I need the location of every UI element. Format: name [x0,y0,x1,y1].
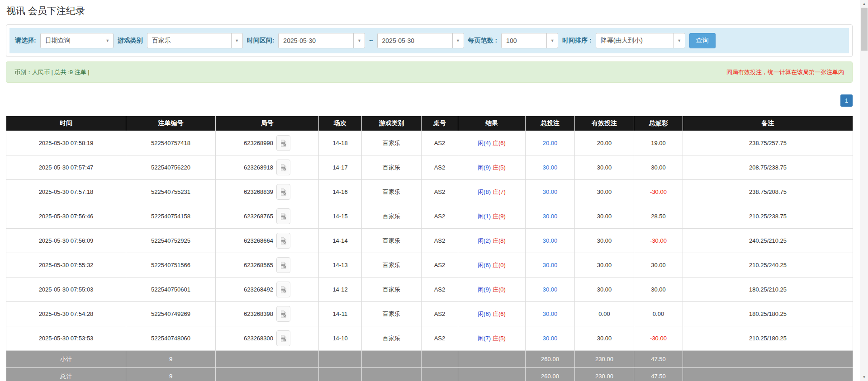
date-from-value: 2025-05-30 [279,33,353,48]
result-player: 闲(8) [478,188,491,195]
page-title: 视讯 会员下注纪录 [6,5,868,17]
scrollbar-thumb[interactable] [861,8,868,51]
total-bet-cell: 20.00 [526,131,575,155]
round-cell: 623268492 [216,278,319,302]
note-cell: 180.25/210.25 [683,278,853,302]
payout-cell: -30.00 [634,326,683,351]
round-cell: 623268565 [216,253,319,278]
total-bet-link[interactable]: 30.00 [543,310,558,317]
page-size-select[interactable]: 100 ▼ [501,33,558,48]
video-replay-button[interactable] [276,257,290,273]
bet-id-cell: 522540750601 [126,278,216,302]
round-cell: 623268398 [216,302,319,326]
round-id: 623268664 [244,237,273,244]
total-bet-link[interactable]: 20.00 [543,140,558,146]
date-from-select[interactable]: 2025-05-30 ▼ [278,33,365,48]
bet-id-cell: 522540752925 [126,229,216,253]
video-replay-button[interactable] [276,160,290,175]
table-no-cell: AS2 [422,302,458,326]
footer-empty-cell [319,368,362,381]
video-replay-button[interactable] [276,330,290,346]
total-bet-link[interactable]: 30.00 [543,262,558,268]
pagination-page-1-button[interactable]: 1 [840,94,853,107]
table-row: 2025-05-30 07:57:47522540756220623268918… [6,155,853,180]
game-type-select[interactable]: 百家乐 ▼ [147,33,243,48]
scroll-up-icon[interactable]: ▲ [860,0,868,8]
scroll-down-icon[interactable]: ▼ [860,373,868,381]
date-to-value: 2025-05-30 [378,33,452,48]
sort-select[interactable]: 降幂(由大到小) ▼ [596,33,685,48]
note-cell: 180.25/180.25 [683,302,853,326]
game-type-cell: 百家乐 [362,229,422,253]
video-replay-button[interactable] [276,282,290,297]
table-no-cell: AS2 [422,155,458,180]
column-header: 总派彩 [634,116,683,131]
round-cell: 623268839 [216,180,319,204]
session-cell: 14-13 [319,253,362,278]
bet-id-cell: 522540754158 [126,204,216,229]
round-id: 623268565 [244,262,273,268]
total-bet-link[interactable]: 30.00 [543,286,558,293]
total-bet-link[interactable]: 30.00 [543,164,558,171]
payout-cell: -30.00 [634,180,683,204]
footer-empty-cell [362,368,422,381]
result-banker: 庄(7) [493,188,506,195]
footer-payout-cell: 47.50 [634,351,683,368]
video-replay-button[interactable] [276,135,290,151]
time-cell: 2025-05-30 07:57:47 [6,155,126,180]
total-bet-link[interactable]: 30.00 [543,237,558,244]
result-cell: 闲(4)庄(6) [458,131,526,155]
payout-cell: 19.00 [634,131,683,155]
game-type-cell: 百家乐 [362,204,422,229]
pagination: 1 [6,94,853,107]
column-header: 桌号 [422,116,458,131]
query-type-label: 请选择: [15,37,36,45]
footer-empty-cell [362,351,422,368]
result-cell: 闲(6)庄(6) [458,302,526,326]
note-cell: 210.25/238.75 [683,204,853,229]
grand-total-row: 总计9260.00230.0047.50 [6,368,853,381]
round-id: 623268918 [244,164,273,171]
payout-cell: 0.00 [634,302,683,326]
table-no-cell: AS2 [422,326,458,351]
valid-bet-cell: 30.00 [575,326,634,351]
query-type-value: 日期查询 [41,33,102,48]
bet-id-cell: 522540755231 [126,180,216,204]
video-replay-button[interactable] [276,233,290,249]
game-type-cell: 百家乐 [362,302,422,326]
result-banker: 庄(5) [493,164,506,171]
video-icon [280,237,288,245]
search-button[interactable]: 查询 [689,33,716,48]
footer-empty-cell [216,351,319,368]
total-bet-cell: 30.00 [526,253,575,278]
session-cell: 14-11 [319,302,362,326]
scrollbar[interactable]: ▲ ▼ [860,0,868,381]
total-bet-link[interactable]: 30.00 [543,335,558,342]
total-bet-link[interactable]: 30.00 [543,188,558,195]
result-cell: 闲(8)庄(7) [458,180,526,204]
page: 视讯 会员下注纪录 请选择: 日期查询 ▼ 游戏类别 百家乐 ▼ 时间区间: 2… [0,0,868,381]
note-cell: 238.75/257.75 [683,131,853,155]
bet-id-cell: 522540749269 [126,302,216,326]
total-bet-link[interactable]: 30.00 [543,213,558,220]
table-row: 2025-05-30 07:56:09522540752925623268664… [6,229,853,253]
chevron-down-icon: ▼ [231,33,242,48]
table-no-cell: AS2 [422,131,458,155]
video-replay-button[interactable] [276,208,290,224]
result-banker: 庄(6) [493,140,506,146]
time-cell: 2025-05-30 07:53:53 [6,326,126,351]
summary-bar: 币别：人民币 | 总共 :9 注单 | 同局有效投注，统一计算在该局第一张注单内 [6,61,853,83]
query-type-select[interactable]: 日期查询 ▼ [40,33,114,48]
video-icon [280,286,288,294]
video-replay-button[interactable] [276,306,290,322]
footer-label-cell: 总计 [6,368,126,381]
footer-total-bet-cell: 260.00 [526,351,575,368]
column-header: 时间 [6,116,126,131]
column-header: 备注 [683,116,853,131]
video-icon [280,334,288,343]
round-id: 623268998 [244,140,273,146]
date-to-select[interactable]: 2025-05-30 ▼ [377,33,464,48]
note-cell: 240.25/210.25 [683,229,853,253]
payout-cell: 28.50 [634,204,683,229]
video-replay-button[interactable] [276,184,290,200]
